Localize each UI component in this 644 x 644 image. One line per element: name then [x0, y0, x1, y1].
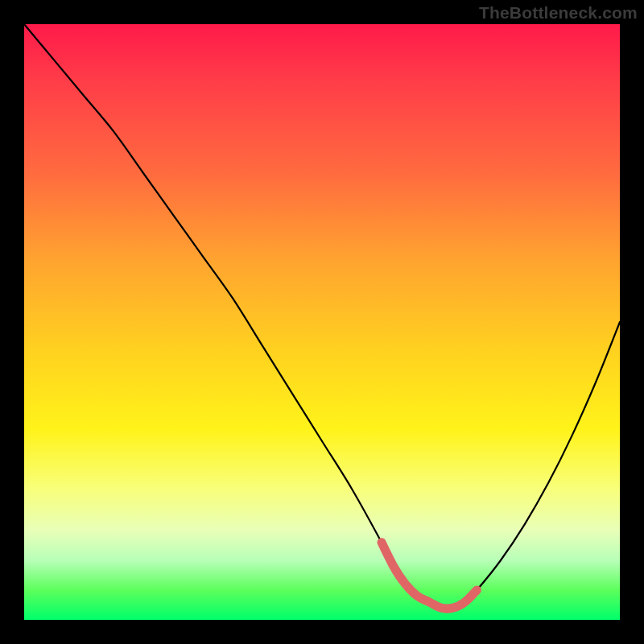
- bottleneck-curve-path: [24, 24, 620, 609]
- watermark-text: TheBottleneck.com: [479, 3, 638, 23]
- chart-frame: TheBottleneck.com: [0, 0, 644, 644]
- optimal-highlight-path: [382, 543, 477, 609]
- plot-area: [24, 24, 620, 620]
- curve-svg: [24, 24, 620, 620]
